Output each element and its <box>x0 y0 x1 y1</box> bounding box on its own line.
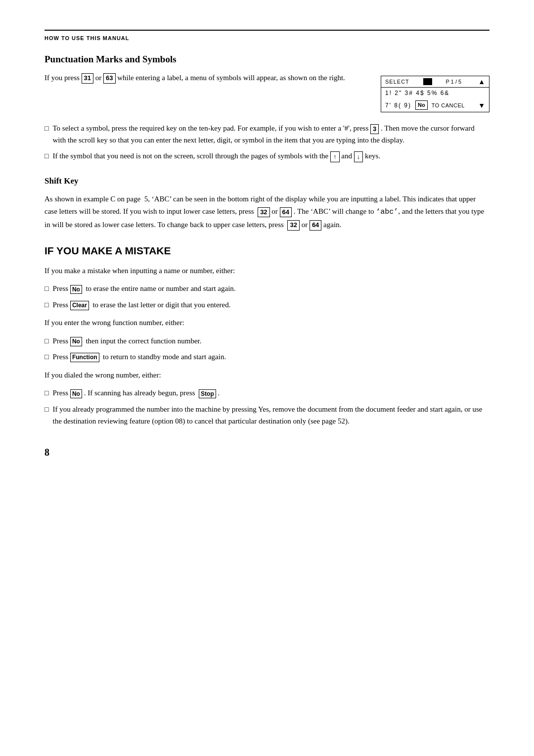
no-key-3: No <box>70 389 82 399</box>
checkbox-icon-5: □ <box>44 336 48 347</box>
symbol-menu-header: SELECT P 1 / 5 ▲ <box>381 76 489 88</box>
bullet-content-2: If the symbol that you need is not on th… <box>52 150 490 162</box>
shift-end-text: again. <box>323 221 341 229</box>
intro-text: If you press 31 or 63 while entering a l… <box>44 72 366 84</box>
mistake-bullet-3-1: □ Press No . If scanning has already beg… <box>44 387 490 399</box>
checkbox-icon-1: □ <box>44 123 48 134</box>
stop-key: Stop <box>199 389 216 399</box>
to-cancel-text: TO CANCEL <box>432 102 465 108</box>
mistake-block3-bullets: □ Press No . If scanning has already beg… <box>44 387 490 426</box>
checkbox-icon-2: □ <box>44 151 48 162</box>
mistake-bullet-3-2: □ If you already programmed the number i… <box>44 403 490 427</box>
intro-text-before: If you press <box>44 74 80 82</box>
key-31: 31 <box>82 73 93 83</box>
key-32b: 32 <box>287 220 299 230</box>
key-3: 3 <box>370 124 379 134</box>
checkbox-icon-3: □ <box>44 284 48 294</box>
mistake-bullet-content-1-1: Press No to erase the entire name or num… <box>52 283 490 294</box>
or-text-1: or <box>95 74 102 82</box>
checkbox-icon-6: □ <box>44 352 48 363</box>
arrow-up-symbol: ▲ <box>478 78 485 86</box>
no-key-1: No <box>70 285 82 294</box>
bullet-content-1: To select a symbol, press the required k… <box>52 122 490 146</box>
mistake-bullet-2-2: □ Press Function to return to standby mo… <box>44 351 490 363</box>
mistake-block2-bullets: □ Press No then input the correct functi… <box>44 335 490 363</box>
mistake-title: IF YOU MAKE A MISTAKE <box>44 245 490 257</box>
punctuation-section: Punctuation Marks and Symbols If you pre… <box>44 54 490 162</box>
shift-section: Shift Key As shown in example C on page … <box>44 176 490 231</box>
mistake-block1-bullets: □ Press No to erase the entire name or n… <box>44 283 490 311</box>
mistake-bullet-2-1: □ Press No then input the correct functi… <box>44 335 490 347</box>
mistake-block3-intro: If you dialed the wrong number, either: <box>44 369 490 381</box>
mistake-bullet-1-2: □ Press Clear to erase the last letter o… <box>44 299 490 311</box>
shift-title: Shift Key <box>44 176 490 186</box>
checkbox-icon-7: □ <box>44 388 48 399</box>
punctuation-bullets: □ To select a symbol, press the required… <box>44 122 490 162</box>
checkbox-icon-8: □ <box>44 404 48 415</box>
arrow-down-symbol: ▼ <box>478 101 485 109</box>
intro-text-after: while entering a label, a menu of symbol… <box>117 74 345 82</box>
page-indicator: P 1 / 5 <box>446 79 462 85</box>
mistake-bullet-content-2-2: Press Function to return to standby mode… <box>52 351 490 363</box>
header-label: HOW TO USE THIS MANUAL <box>44 35 130 41</box>
shift-or-3: or <box>302 221 310 229</box>
bullet-item-2: □ If the symbol that you need is not on … <box>44 150 490 162</box>
symbols-row1: 1! 2" 3# 4$ 5% 6& <box>385 90 449 96</box>
punctuation-title: Punctuation Marks and Symbols <box>44 54 490 65</box>
no-key-2: No <box>70 337 82 346</box>
no-key-cancel: No <box>415 100 428 110</box>
intro-section: If you press 31 or 63 while entering a l… <box>44 72 490 112</box>
symbols-row2: 7' 8( 9) <box>385 102 411 109</box>
select-label: SELECT <box>385 79 409 85</box>
key-down-arrow: ↓ <box>354 151 363 163</box>
page-header: HOW TO USE THIS MANUAL <box>44 30 490 42</box>
mistake-bullet-content-1-2: Press Clear to erase the last letter or … <box>52 299 490 311</box>
mistake-bullet-content-2-1: Press No then input the correct function… <box>52 335 490 347</box>
function-key: Function <box>70 353 99 362</box>
mistake-block1-intro: If you make a mistake when inputting a n… <box>44 265 490 277</box>
mistake-block2-intro: If you enter the wrong function number, … <box>44 317 490 329</box>
cancel-row: 7' 8( 9) No TO CANCEL ▼ <box>381 98 489 112</box>
checkbox-icon-4: □ <box>44 300 48 311</box>
key-up-arrow: ↑ <box>330 151 340 163</box>
mistake-bullet-content-3-1: Press No . If scanning has already begun… <box>52 387 490 399</box>
shift-paragraph: As shown in example C on page 5, ‘ABC’ c… <box>44 193 490 231</box>
key-64: 64 <box>280 207 292 217</box>
symbol-row-1: 1! 2" 3# 4$ 5% 6& <box>381 88 489 98</box>
page-number: 8 <box>44 447 490 458</box>
clear-key: Clear <box>70 301 89 310</box>
symbol-menu: SELECT P 1 / 5 ▲ 1! 2" 3# 4$ 5% 6& 7' 8(… <box>381 76 490 112</box>
mistake-bullet-1-1: □ Press No to erase the entire name or n… <box>44 283 490 294</box>
key-64b: 64 <box>310 220 321 230</box>
mistake-bullet-content-3-2: If you already programmed the number int… <box>52 403 490 427</box>
key-32: 32 <box>258 207 269 217</box>
key-63: 63 <box>103 73 115 83</box>
shift-or-2: or <box>271 207 279 215</box>
mistake-section: IF YOU MAKE A MISTAKE If you make a mist… <box>44 245 490 427</box>
bullet-item-1: □ To select a symbol, press the required… <box>44 122 490 146</box>
black-box <box>423 78 432 85</box>
